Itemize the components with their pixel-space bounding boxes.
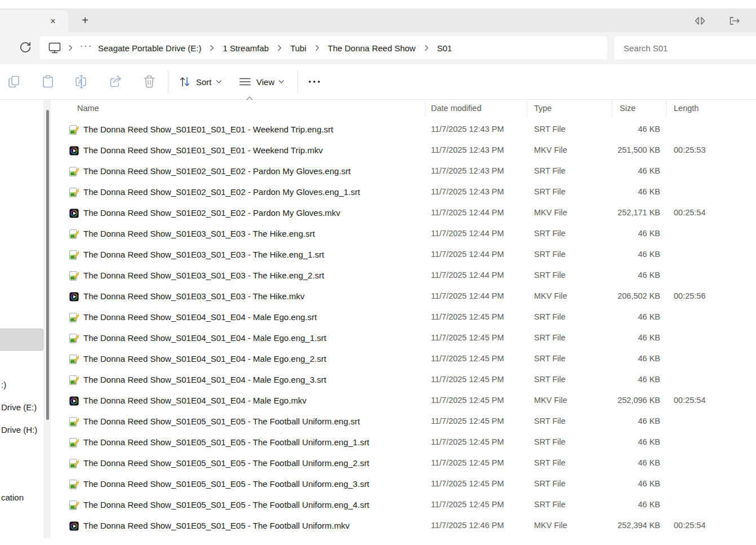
column-divider[interactable] [527,101,527,117]
nav-item-fragment[interactable]: Drive (H:) [1,425,37,435]
file-name: The Donna Reed Show_S01E05_S01_E05 - The… [83,437,370,447]
file-date-modified: 11/7/2025 12:45 PM [431,333,504,342]
file-row[interactable]: The Donna Reed Show_S01E02_S01_E02 - Par… [51,161,756,182]
view-button[interactable]: View [238,72,284,91]
explorer-tab[interactable]: × [0,10,68,32]
nav-item-fragment[interactable]: Drive (E:) [1,402,37,412]
file-row[interactable]: The Donna Reed Show_S01E03_S01_E03 - The… [51,245,756,265]
breadcrumb-item[interactable]: Seagate Portable Drive (E:) [96,43,203,53]
file-row[interactable]: The Donna Reed Show_S01E05_S01_E05 - The… [51,411,756,432]
svg-text:A: A [78,78,83,85]
file-size: 46 KB [638,375,661,384]
file-name: The Donna Reed Show_S01E02_S01_E02 - Par… [83,166,350,176]
mkv-file-icon [69,146,79,156]
file-row[interactable]: The Donna Reed Show_S01E02_S01_E02 - Par… [51,182,756,203]
file-row[interactable]: The Donna Reed Show_S01E05_S01_E05 - The… [51,516,756,537]
search-input[interactable] [614,36,756,60]
file-size: 46 KB [638,312,661,321]
file-row[interactable]: The Donna Reed Show_S01E03_S01_E03 - The… [51,265,756,286]
this-pc-icon[interactable] [47,41,62,55]
breadcrumb-item[interactable]: 1 Streamfab [220,43,271,53]
column-header-date[interactable]: Date modified [431,104,481,113]
file-row[interactable]: The Donna Reed Show_S01E04_S01_E04 - Mal… [51,370,756,391]
file-name: The Donna Reed Show_S01E01_S01_E01 - Wee… [83,145,323,155]
srt-file-icon [69,500,79,510]
column-header-size[interactable]: Size [620,104,635,113]
nav-selected-item[interactable] [0,329,43,351]
chevron-right-icon[interactable] [275,44,284,52]
column-divider[interactable] [666,101,666,117]
file-date-modified: 11/7/2025 12:46 PM [431,521,504,530]
file-row[interactable]: The Donna Reed Show_S01E04_S01_E04 - Mal… [51,328,756,349]
nav-item-fragment[interactable]: cation [1,493,24,502]
file-date-modified: 11/7/2025 12:45 PM [431,500,504,509]
split-view-icon[interactable] [693,15,707,27]
file-name: The Donna Reed Show_S01E03_S01_E03 - The… [83,250,324,259]
file-length: 00:25:54 [674,396,705,405]
breadcrumb-item[interactable]: The Donna Reed Show [326,43,418,53]
nav-scrollbar-track[interactable] [43,100,51,538]
more-options-button[interactable] [306,73,323,90]
file-name: The Donna Reed Show_S01E03_S01_E03 - The… [83,271,324,280]
file-row[interactable]: The Donna Reed Show_S01E01_S01_E01 - Wee… [51,140,756,161]
file-size: 46 KB [638,437,661,446]
file-row[interactable]: The Donna Reed Show_S01E05_S01_E05 - The… [51,474,756,495]
tab-close-icon[interactable]: × [48,16,58,26]
file-date-modified: 11/7/2025 12:43 PM [431,145,504,154]
sort-button[interactable]: Sort [177,72,222,91]
file-type: SRT File [534,416,566,426]
file-date-modified: 11/7/2025 12:44 PM [431,291,504,300]
file-row[interactable]: The Donna Reed Show_S01E03_S01_E03 - The… [51,224,756,245]
srt-file-icon [69,271,79,281]
rename-button[interactable]: A [73,73,90,90]
file-row[interactable]: The Donna Reed Show_S01E04_S01_E04 - Mal… [51,349,756,370]
file-row[interactable]: The Donna Reed Show_S01E01_S01_E01 - Wee… [51,119,756,140]
nav-item-fragment[interactable]: :) [1,380,6,389]
open-in-new-window-icon[interactable] [728,15,741,27]
new-tab-button[interactable]: + [78,14,92,28]
nav-scrollbar-thumb[interactable] [46,110,49,420]
breadcrumb-item[interactable]: S01 [435,43,455,53]
file-type: SRT File [534,250,566,259]
file-row[interactable]: The Donna Reed Show_S01E05_S01_E05 - The… [51,453,756,474]
file-row[interactable]: The Donna Reed Show_S01E04_S01_E04 - Mal… [51,307,756,328]
chevron-right-icon[interactable] [422,44,431,52]
delete-button[interactable] [141,73,158,90]
mkv-file-icon [69,209,79,218]
file-row[interactable]: The Donna Reed Show_S01E02_S01_E02 - Par… [51,203,756,224]
refresh-icon[interactable] [17,39,34,56]
file-row[interactable]: The Donna Reed Show_S01E03_S01_E03 - The… [51,286,756,307]
share-button[interactable] [107,73,124,90]
file-date-modified: 11/7/2025 12:45 PM [431,396,504,405]
file-size: 46 KB [638,166,661,175]
file-date-modified: 11/7/2025 12:44 PM [431,271,504,280]
column-header-type[interactable]: Type [534,104,552,113]
sort-label: Sort [196,77,212,87]
file-row[interactable]: The Donna Reed Show_S01E04_S01_E04 - Mal… [51,391,756,411]
file-date-modified: 11/7/2025 12:45 PM [431,437,504,446]
copy-button[interactable] [6,73,23,90]
srt-file-icon [69,375,79,385]
column-header-name[interactable]: Name [77,104,99,113]
file-name: The Donna Reed Show_S01E04_S01_E04 - Mal… [83,375,326,384]
file-row[interactable]: The Donna Reed Show_S01E05_S01_E05 - The… [51,432,756,453]
column-divider[interactable] [612,101,612,117]
breadcrumb-overflow[interactable]: ··· [79,41,96,55]
column-header-length[interactable]: Length [674,104,699,113]
file-row[interactable]: The Donna Reed Show_S01E05_S01_E05 - The… [51,495,756,516]
file-type: SRT File [534,229,566,238]
chevron-down-icon [278,79,284,84]
file-type: SRT File [534,500,566,509]
file-date-modified: 11/7/2025 12:45 PM [431,458,504,467]
chevron-right-icon[interactable] [207,44,216,52]
toolbar-divider [168,70,168,94]
chevron-right-icon[interactable] [66,44,75,52]
tab-strip: × + [0,8,756,32]
column-divider[interactable] [425,101,425,117]
breadcrumb-item[interactable]: Tubi [288,43,309,53]
address-bar-row: ···Seagate Portable Drive (E:)1 Streamfa… [0,32,756,64]
chevron-right-icon[interactable] [313,44,322,52]
paste-button[interactable] [39,73,56,90]
file-size: 46 KB [638,500,661,509]
command-bar: A [0,64,756,100]
